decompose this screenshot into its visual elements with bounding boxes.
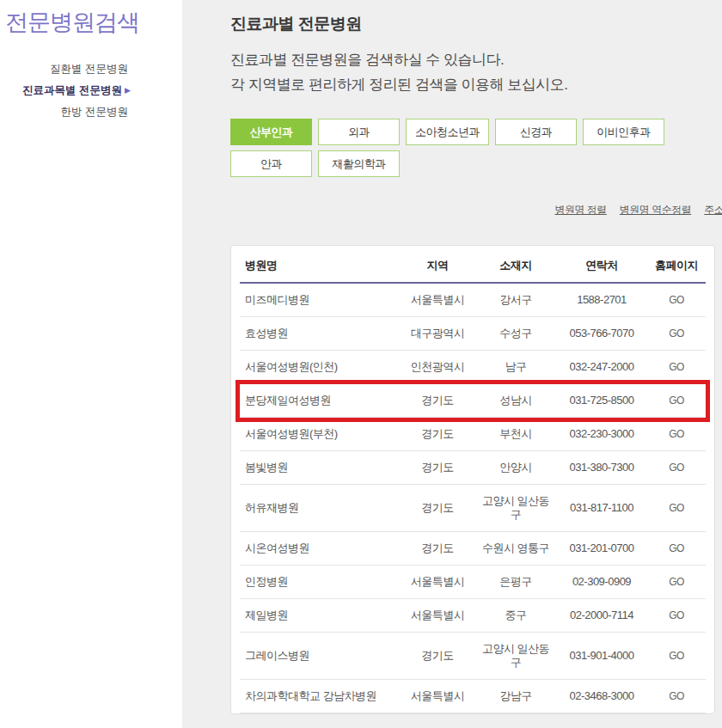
sort-by-name-desc-link[interactable]: 병원명 역순정렬 bbox=[620, 203, 691, 217]
hospital-name-cell: 그레이스병원 bbox=[240, 633, 400, 680]
homepage-go-link[interactable]: GO bbox=[669, 542, 684, 554]
district-cell: 중구 bbox=[475, 599, 556, 633]
hospital-name-cell: 차의과학대학교 강남차병원 bbox=[240, 680, 400, 713]
page-description: 진료과별 전문병원을 검색하실 수 있습니다. 각 지역별로 편리하게 정리된 … bbox=[230, 47, 722, 97]
department-tab[interactable]: 외과 bbox=[318, 119, 400, 145]
description-line-1: 진료과별 전문병원을 검색하실 수 있습니다. bbox=[230, 47, 722, 72]
region-cell: 경기도 bbox=[400, 451, 475, 485]
sidebar-menu-item[interactable]: 질환별 전문병원 bbox=[0, 58, 131, 80]
district-cell: 고양시 일산동구 bbox=[475, 485, 556, 532]
homepage-go-link[interactable]: GO bbox=[669, 428, 684, 440]
sort-by-address-link[interactable]: 주소 정렬 bbox=[704, 203, 722, 217]
department-tabs: 산부인과 외과 소아청소년과 신경과 이비인후과 안과 재활의학과 bbox=[230, 119, 670, 177]
hospital-name-cell: 봄빛병원 bbox=[240, 451, 400, 485]
sidebar-item-label: 진료과목별 전문병원 bbox=[22, 84, 122, 96]
hospital-name-cell: 분당제일여성병원 bbox=[240, 384, 400, 418]
sidebar-item-label: 한방 전문병원 bbox=[61, 106, 128, 118]
region-cell: 인천광역시 bbox=[400, 351, 475, 384]
table-header-row: 병원명 지역 소재지 연락처 홈페이지 bbox=[240, 246, 706, 283]
phone-cell: 02-3468-3000 bbox=[556, 680, 647, 713]
phone-cell: 02-2000-7114 bbox=[556, 599, 647, 633]
region-cell: 서울특별시 bbox=[400, 599, 475, 633]
page-title: 진료과별 전문병원 bbox=[230, 13, 722, 35]
region-cell: 경기도 bbox=[400, 485, 475, 532]
column-header-district: 소재지 bbox=[475, 246, 556, 283]
hospital-table-card: 병원명 지역 소재지 연락처 홈페이지 미즈메디병원 서울특별시 강서구 bbox=[230, 245, 715, 714]
district-cell: 수성구 bbox=[475, 317, 556, 351]
phone-cell: 031-901-4000 bbox=[556, 633, 647, 680]
table-row: 봄빛병원 경기도 안양시 031-380-7300 GO bbox=[240, 451, 706, 485]
homepage-go-link[interactable]: GO bbox=[669, 690, 684, 702]
sort-links: 병원명 정렬 병원명 역순정렬 주소 정렬 bbox=[230, 203, 722, 217]
region-cell: 경기도 bbox=[400, 633, 475, 680]
hospital-name-cell: 인정병원 bbox=[240, 566, 400, 599]
department-tab[interactable]: 산부인과 bbox=[230, 119, 312, 145]
main-content: 진료과별 전문병원 진료과별 전문병원을 검색하실 수 있습니다. 각 지역별로… bbox=[182, 0, 722, 728]
homepage-go-link[interactable]: GO bbox=[669, 609, 684, 621]
district-cell: 강남구 bbox=[475, 680, 556, 713]
description-line-2: 각 지역별로 편리하게 정리된 검색을 이용해 보십시오. bbox=[230, 72, 722, 97]
table-row: 허유재병원 경기도 고양시 일산동구 031-817-1100 GO bbox=[240, 485, 706, 532]
homepage-go-link[interactable]: GO bbox=[669, 361, 684, 373]
hospital-name-cell: 미즈메디병원 bbox=[240, 283, 400, 317]
homepage-go-link[interactable]: GO bbox=[669, 294, 684, 306]
hospital-name-cell: 서울여성병원(인천) bbox=[240, 351, 400, 384]
sidebar-menu-item[interactable]: 한방 전문병원 bbox=[0, 101, 131, 123]
region-cell: 서울특별시 bbox=[400, 566, 475, 599]
department-tab[interactable]: 소아청소년과 bbox=[406, 119, 489, 145]
homepage-go-link[interactable]: GO bbox=[669, 395, 684, 407]
table-row: 서울여성병원(인천) 인천광역시 남구 032-247-2000 GO bbox=[240, 351, 706, 384]
region-cell: 서울특별시 bbox=[400, 680, 475, 713]
district-cell: 은평구 bbox=[475, 566, 556, 599]
chevron-right-icon: ▶ bbox=[125, 86, 131, 95]
column-header-phone: 연락처 bbox=[556, 246, 647, 283]
phone-cell: 1588-2701 bbox=[556, 283, 647, 317]
homepage-go-link[interactable]: GO bbox=[669, 576, 684, 588]
column-header-homepage: 홈페이지 bbox=[647, 246, 706, 283]
hospital-name-cell: 제일병원 bbox=[240, 599, 400, 633]
sidebar: 전문병원검색 질환별 전문병원 진료과목별 전문병원▶ 한방 전문병원 bbox=[0, 0, 182, 728]
district-cell: 성남시 bbox=[475, 384, 556, 418]
homepage-go-link[interactable]: GO bbox=[669, 502, 684, 514]
district-cell: 고양시 일산동구 bbox=[475, 633, 556, 680]
region-cell: 서울특별시 bbox=[400, 283, 475, 317]
hospital-name-cell: 시온여성병원 bbox=[240, 532, 400, 566]
region-cell: 경기도 bbox=[400, 532, 475, 566]
table-row: 차의과학대학교 강남차병원 서울특별시 강남구 02-3468-3000 GO bbox=[240, 680, 706, 713]
department-tab[interactable]: 이비인후과 bbox=[583, 119, 664, 145]
column-header-hospital-name: 병원명 bbox=[240, 246, 400, 283]
phone-cell: 031-380-7300 bbox=[556, 451, 647, 485]
district-cell: 부천시 bbox=[475, 418, 556, 451]
table-row: 분당제일여성병원 경기도 성남시 031-725-8500 GO bbox=[240, 384, 706, 418]
hospital-name-cell: 효성병원 bbox=[240, 317, 400, 351]
department-tab[interactable]: 안과 bbox=[230, 150, 312, 177]
department-tab[interactable]: 신경과 bbox=[495, 119, 577, 145]
phone-cell: 031-725-8500 bbox=[556, 384, 647, 418]
table-row: 시온여성병원 경기도 수원시 영통구 031-201-0700 GO bbox=[240, 532, 706, 566]
hospital-name-cell: 허유재병원 bbox=[240, 485, 400, 532]
sidebar-menu-item[interactable]: 진료과목별 전문병원▶ bbox=[0, 80, 131, 101]
hospital-table: 병원명 지역 소재지 연락처 홈페이지 미즈메디병원 서울특별시 강서구 bbox=[240, 246, 706, 713]
district-cell: 남구 bbox=[475, 351, 556, 384]
column-header-region: 지역 bbox=[400, 246, 475, 283]
sidebar-menu: 질환별 전문병원 진료과목별 전문병원▶ 한방 전문병원 bbox=[0, 58, 131, 123]
phone-cell: 02-309-0909 bbox=[556, 566, 647, 599]
phone-cell: 031-201-0700 bbox=[556, 532, 647, 566]
sidebar-title: 전문병원검색 bbox=[5, 7, 182, 38]
table-row: 효성병원 대구광역시 수성구 053-766-7070 GO bbox=[240, 317, 706, 351]
hospital-name-cell: 서울여성병원(부천) bbox=[240, 418, 400, 451]
district-cell: 안양시 bbox=[475, 451, 556, 485]
phone-cell: 032-230-3000 bbox=[556, 418, 647, 451]
table-row: 미즈메디병원 서울특별시 강서구 1588-2701 GO bbox=[240, 283, 706, 317]
district-cell: 수원시 영통구 bbox=[475, 532, 556, 566]
homepage-go-link[interactable]: GO bbox=[669, 650, 684, 662]
phone-cell: 053-766-7070 bbox=[556, 317, 647, 351]
homepage-go-link[interactable]: GO bbox=[669, 462, 684, 474]
phone-cell: 032-247-2000 bbox=[556, 351, 647, 384]
department-tab[interactable]: 재활의학과 bbox=[318, 150, 400, 177]
region-cell: 대구광역시 bbox=[400, 317, 475, 351]
homepage-go-link[interactable]: GO bbox=[669, 327, 684, 340]
table-row: 그레이스병원 경기도 고양시 일산동구 031-901-4000 GO bbox=[240, 633, 706, 680]
sort-by-name-link[interactable]: 병원명 정렬 bbox=[554, 203, 606, 217]
hospital-search-page: 전문병원검색 질환별 전문병원 진료과목별 전문병원▶ 한방 전문병원 진료과별… bbox=[0, 0, 722, 728]
